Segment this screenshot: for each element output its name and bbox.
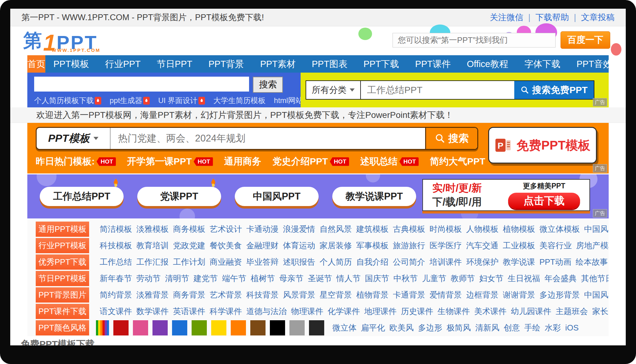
category-link[interactable]: 圣诞节: [308, 273, 332, 284]
category-link[interactable]: 科学课件: [210, 306, 242, 317]
quick-link[interactable]: 大学生简历模板: [213, 96, 266, 106]
category-link[interactable]: 幼儿园课件: [511, 306, 551, 317]
category-link[interactable]: 历史课件: [401, 306, 433, 317]
category-link[interactable]: 述职报告: [283, 257, 315, 267]
promo-pill-button[interactable]: 工作总结PPT: [40, 187, 124, 206]
keyword-input[interactable]: [361, 81, 514, 99]
category-link[interactable]: 医学医疗: [429, 240, 462, 251]
category-link[interactable]: 谢谢背景: [503, 290, 535, 300]
category-link[interactable]: 年会盛典: [544, 273, 577, 284]
category-link[interactable]: 时尚模板: [429, 224, 462, 235]
template-search-button[interactable]: 搜索: [425, 128, 477, 149]
category-link[interactable]: 商业融资: [210, 257, 242, 267]
quick-link[interactable]: 个人简历模板下载: [34, 96, 101, 106]
color-swatch-rainbow[interactable]: [96, 320, 109, 335]
color-swatch[interactable]: [172, 320, 187, 335]
category-link[interactable]: 边框背景: [466, 290, 498, 300]
promo-pill-button[interactable]: 党课PPT: [137, 187, 221, 206]
category-link[interactable]: 语文课件: [100, 306, 132, 317]
nav-item[interactable]: 节日PPT: [149, 55, 200, 73]
category-link[interactable]: 简约背景: [100, 290, 132, 300]
hot-template-link[interactable]: 通用商务: [224, 155, 261, 168]
site-logo[interactable]: 第 1 PPT WWW.1PPT.COM: [23, 28, 101, 53]
category-link[interactable]: 古典模板: [393, 224, 425, 235]
category-link[interactable]: 道德与法治: [246, 306, 287, 317]
category-dropdown[interactable]: 所有分类: [306, 81, 361, 99]
category-link[interactable]: PPT动画: [539, 257, 571, 267]
nav-item[interactable]: PPT下载: [355, 55, 407, 73]
category-link[interactable]: 物理课件: [291, 306, 323, 317]
nav-item[interactable]: 字体下载: [516, 55, 568, 73]
color-style-link[interactable]: iOS: [565, 323, 579, 333]
promo-pill-button[interactable]: 中国风PPT: [235, 187, 319, 206]
hot-template-link[interactable]: 简约大气PPT: [430, 155, 485, 168]
quick-link[interactable]: UI 界面设计: [158, 96, 205, 106]
category-link[interactable]: 绘本故事: [576, 257, 608, 267]
color-style-link[interactable]: 水彩: [545, 322, 561, 333]
category-link[interactable]: 科技模板: [100, 240, 132, 251]
category-link[interactable]: 爱情背景: [429, 290, 462, 300]
color-style-link[interactable]: 创意: [504, 322, 520, 333]
titlebar-link[interactable]: 文章投稿: [581, 12, 615, 23]
category-label-button[interactable]: 优秀PPT下载: [36, 254, 89, 270]
category-link[interactable]: 地理课件: [364, 306, 397, 317]
color-swatch[interactable]: [250, 320, 266, 335]
category-link[interactable]: 中秋节: [393, 273, 418, 284]
category-link[interactable]: 工业模板: [503, 240, 535, 251]
promo-ad-card[interactable]: 实/时/更/新 下/载/即/用 更多精美PPT 点击下载: [422, 179, 590, 211]
color-swatch[interactable]: [289, 320, 305, 335]
category-link[interactable]: 教学说课: [503, 257, 535, 267]
category-link[interactable]: 美容行业: [539, 240, 572, 251]
category-link[interactable]: 商务模板: [173, 224, 205, 235]
color-style-link[interactable]: 扁平化: [361, 322, 385, 333]
category-link[interactable]: 党政党建: [173, 240, 205, 251]
nav-item[interactable]: 行业PPT: [97, 55, 148, 73]
category-link[interactable]: 汽车交通: [466, 240, 498, 251]
titlebar-link[interactable]: 关注微信: [490, 12, 523, 23]
category-link[interactable]: 淡雅模板: [136, 224, 169, 235]
category-link[interactable]: 美术课件: [474, 306, 507, 317]
color-style-link[interactable]: 极简风: [447, 322, 471, 333]
category-link[interactable]: 化学课件: [328, 306, 360, 317]
category-link[interactable]: 英语课件: [173, 306, 205, 317]
category-link[interactable]: 清明节: [165, 273, 189, 284]
category-link[interactable]: 工作总结: [100, 257, 132, 267]
category-link[interactable]: 母亲节: [279, 273, 303, 284]
category-link[interactable]: 教师节: [451, 273, 475, 284]
hot-template-link[interactable]: 述职总结HOT: [360, 155, 419, 168]
category-link[interactable]: 自我介绍: [356, 257, 388, 267]
nav-item-home-active[interactable]: 首页: [27, 55, 45, 73]
category-link[interactable]: 儿童节: [422, 273, 446, 284]
category-link[interactable]: 餐饮美食: [210, 240, 242, 251]
color-swatch[interactable]: [133, 320, 148, 335]
category-link[interactable]: 国庆节: [365, 273, 389, 284]
category-link[interactable]: 新年春节: [100, 273, 132, 284]
color-swatch[interactable]: [270, 320, 285, 335]
color-swatch[interactable]: [152, 320, 168, 335]
category-link[interactable]: 简洁模板: [100, 224, 132, 235]
category-link[interactable]: 数学课件: [136, 306, 169, 317]
quick-search-input[interactable]: [34, 77, 249, 92]
download-now-button[interactable]: 点击下载: [508, 193, 580, 209]
category-link[interactable]: 环境保护: [466, 257, 498, 267]
category-link[interactable]: 房地产模板: [576, 240, 609, 251]
category-link[interactable]: 风景背景: [283, 290, 315, 300]
category-link[interactable]: 教育培训: [136, 240, 169, 251]
template-search-input[interactable]: [111, 128, 425, 149]
color-style-link[interactable]: 微立体: [332, 322, 357, 333]
category-link[interactable]: 公司简介: [393, 257, 425, 267]
category-link[interactable]: 科技背景: [246, 290, 279, 300]
category-link[interactable]: 体育运动: [283, 240, 315, 251]
nav-item[interactable]: PPT素材: [252, 55, 304, 73]
titlebar-link[interactable]: 下载帮助: [535, 12, 569, 23]
category-link[interactable]: 星空背景: [320, 290, 352, 300]
category-link[interactable]: 艺术背景: [210, 290, 242, 300]
color-swatch[interactable]: [113, 320, 129, 335]
color-swatch[interactable]: [192, 320, 207, 335]
category-link[interactable]: 植物背景: [356, 290, 388, 300]
category-link[interactable]: 商务背景: [173, 290, 205, 300]
color-style-link[interactable]: 手绘: [524, 322, 540, 333]
category-link[interactable]: 培训课件: [429, 257, 462, 267]
baidu-search-button[interactable]: 百度一下: [561, 31, 610, 49]
category-link[interactable]: 劳动节: [136, 273, 161, 284]
